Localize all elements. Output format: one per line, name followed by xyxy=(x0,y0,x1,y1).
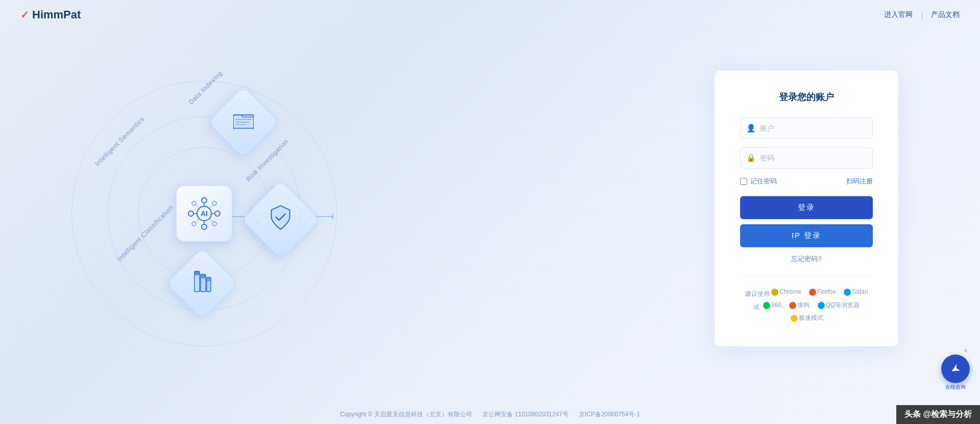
firefox-icon xyxy=(809,289,816,296)
360-icon xyxy=(763,302,770,309)
consult-button[interactable]: ➤ xyxy=(941,355,970,383)
palette-icon xyxy=(192,270,212,297)
ip-login-button[interactable]: IP 登录 xyxy=(740,224,873,247)
ai-node-svg: AI xyxy=(186,195,223,232)
svg-point-3 xyxy=(202,224,207,229)
watermark: 头条 @检索与分析 xyxy=(896,405,980,424)
svg-point-5 xyxy=(215,211,220,216)
login-button[interactable]: 登录 xyxy=(740,196,873,219)
browser-qq: QQ等浏览器 xyxy=(826,300,860,311)
nav-docs-link[interactable]: 产品文档 xyxy=(931,10,960,19)
logo: ✓ HimmPat xyxy=(20,8,81,21)
svg-point-4 xyxy=(188,211,193,216)
folder-icon xyxy=(233,111,254,133)
svg-rect-27 xyxy=(207,277,211,281)
browser-firefox: Firefox、 xyxy=(817,287,842,298)
svg-rect-25 xyxy=(194,271,200,275)
qq-icon xyxy=(818,302,825,309)
browser-speed: 极速模式 xyxy=(799,313,823,324)
svg-text:AI: AI xyxy=(201,209,208,218)
consult-label: 在线咨询 xyxy=(939,384,972,391)
nav-official-link[interactable]: 进入官网 xyxy=(884,10,913,19)
forgot-password-link[interactable]: 忘记密码? xyxy=(740,254,873,264)
browser-hint: 建议使用 Chrome、 Firefox、 Safari 或 xyxy=(740,276,873,325)
safari-icon xyxy=(844,289,851,296)
ai-card: AI xyxy=(176,185,232,242)
login-card: 登录您的账户 👤 🔒 记住密码 扫码注册 登录 IP 登录 忘记密码? 建议使用 xyxy=(715,70,898,346)
footer: Copyright © 天启星见信息科技（北京）有限公司 京公网安备 11010… xyxy=(0,405,980,424)
svg-line-16 xyxy=(210,205,212,208)
qr-register-link[interactable]: 扫码注册 xyxy=(846,177,873,186)
login-title: 登录您的账户 xyxy=(740,91,873,103)
close-consult-button[interactable]: × xyxy=(964,346,968,355)
sogou-icon xyxy=(789,302,796,309)
footer-icp: 京ICP备20000754号-1 xyxy=(579,410,640,419)
browser-chrome: Chrome、 xyxy=(779,287,807,298)
browser-hint-or: 或 xyxy=(753,303,760,311)
remember-me-label[interactable]: 记住密码 xyxy=(740,177,777,186)
logo-icon: ✓ xyxy=(20,9,29,21)
browser-hint-line1: 建议使用 xyxy=(745,290,770,297)
svg-line-14 xyxy=(196,205,199,208)
options-row: 记住密码 扫码注册 xyxy=(740,177,873,186)
svg-rect-26 xyxy=(201,274,206,278)
svg-point-6 xyxy=(192,201,196,205)
account-input-group: 👤 xyxy=(740,117,873,139)
header: ✓ HimmPat 进入官网 | 产品文档 xyxy=(0,0,980,30)
password-icon: 🔒 xyxy=(746,153,756,162)
footer-copyright: Copyright © 天启星见信息科技（北京）有限公司 xyxy=(340,410,472,419)
svg-point-8 xyxy=(212,201,216,205)
account-input[interactable] xyxy=(740,117,873,139)
shield-icon xyxy=(270,204,292,234)
remember-label: 记住密码 xyxy=(750,177,777,186)
main-content: Data Indexing Risk Investigation Intelli… xyxy=(0,30,980,397)
account-icon: 👤 xyxy=(746,124,756,133)
svg-point-2 xyxy=(202,198,207,203)
remember-checkbox[interactable] xyxy=(740,178,747,185)
logo-text: HimmPat xyxy=(32,8,81,21)
browser-360: 360、 xyxy=(771,300,788,311)
browser-safari: Safari xyxy=(852,287,868,298)
browser-sogou: 搜狗、 xyxy=(797,300,816,311)
thunder-icon xyxy=(791,315,798,322)
nav-divider: | xyxy=(921,11,923,19)
svg-line-17 xyxy=(196,219,199,222)
footer-public-security: 京公网安备 11010802031247号 xyxy=(482,410,569,419)
svg-point-9 xyxy=(192,222,196,226)
illustration: Data Indexing Risk Investigation Intelli… xyxy=(31,55,378,372)
password-input[interactable] xyxy=(740,147,873,169)
password-input-group: 🔒 xyxy=(740,147,873,169)
nav-links: 进入官网 | 产品文档 xyxy=(884,10,960,19)
svg-point-7 xyxy=(212,222,216,226)
chrome-icon xyxy=(771,289,778,296)
svg-line-15 xyxy=(210,219,212,222)
consult-arrow-icon: ➤ xyxy=(948,361,963,377)
